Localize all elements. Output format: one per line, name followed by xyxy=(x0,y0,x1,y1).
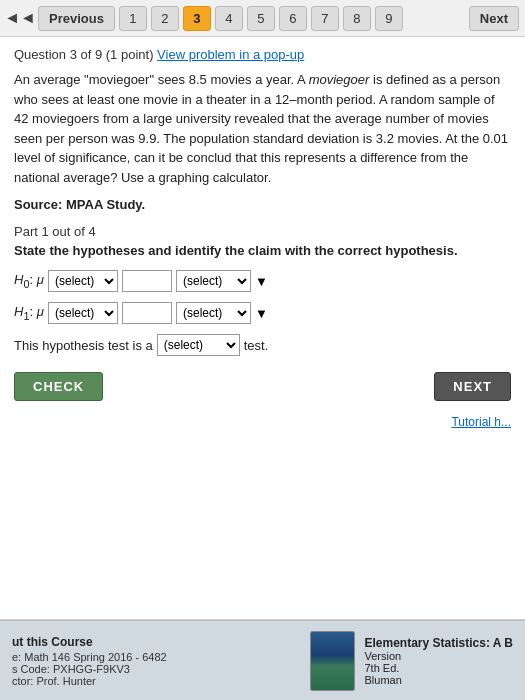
main-content: Question 3 of 9 (1 point) View problem i… xyxy=(0,37,525,620)
book-cover-image xyxy=(310,631,355,691)
part-label: Part 1 out of 4 xyxy=(14,224,511,239)
book-author: Bluman xyxy=(365,674,514,686)
question-header: Question 3 of 9 (1 point) View problem i… xyxy=(14,47,511,62)
tutorial-link[interactable]: Tutorial h... xyxy=(14,411,511,433)
page-5[interactable]: 5 xyxy=(247,6,275,31)
page-7[interactable]: 7 xyxy=(311,6,339,31)
h0-dropdown-arrow: ▼ xyxy=(255,274,268,289)
footer-book: Elementary Statistics: A B Version 7th E… xyxy=(310,631,514,691)
h1-operator-select[interactable]: (select) = ≠ < > ≤ ≥ xyxy=(48,302,118,324)
source-text: Source: MPAA Study. xyxy=(14,197,511,212)
test-type-row: This hypothesis test is a (select) left-… xyxy=(14,334,511,356)
instructor: ctor: Prof. Hunter xyxy=(12,675,310,687)
page-8[interactable]: 8 xyxy=(343,6,371,31)
previous-arrow[interactable]: ◄◄ xyxy=(6,4,34,32)
h1-value-input[interactable] xyxy=(122,302,172,324)
course-code: s Code: PXHGG-F9KV3 xyxy=(12,663,310,675)
test-type-prefix: This hypothesis test is a xyxy=(14,338,153,353)
question-number: Question 3 of 9 (1 point) xyxy=(14,47,153,62)
page-1[interactable]: 1 xyxy=(119,6,147,31)
popup-link[interactable]: View problem in a pop-up xyxy=(157,47,304,62)
hypothesis-h1-row: H1: μ (select) = ≠ < > ≤ ≥ (select) clai… xyxy=(14,302,511,324)
test-type-select[interactable]: (select) left-tailed right-tailed two-ta… xyxy=(157,334,240,356)
button-row: CHECK NEXT xyxy=(14,372,511,401)
h1-label: H1: μ xyxy=(14,304,44,322)
course-label: ut this Course xyxy=(12,635,310,649)
footer: ut this Course e: Math 146 Spring 2016 -… xyxy=(0,620,525,700)
next-button[interactable]: Next xyxy=(469,6,519,31)
hypothesis-h0-row: H0: μ (select) = ≠ < > ≤ ≥ (select) clai… xyxy=(14,270,511,292)
h1-claim-select[interactable]: (select) claim not claim xyxy=(176,302,251,324)
book-info: Elementary Statistics: A B Version 7th E… xyxy=(365,636,514,686)
h0-claim-select[interactable]: (select) claim not claim xyxy=(176,270,251,292)
navigation-bar: ◄◄ Previous 1 2 3 4 5 6 7 8 9 Next xyxy=(0,0,525,37)
next-content-button[interactable]: NEXT xyxy=(434,372,511,401)
footer-course-info: ut this Course e: Math 146 Spring 2016 -… xyxy=(12,635,310,687)
page-9[interactable]: 9 xyxy=(375,6,403,31)
h0-value-input[interactable] xyxy=(122,270,172,292)
test-type-suffix: test. xyxy=(244,338,269,353)
book-edition-label: Version xyxy=(365,650,514,662)
page-3-active[interactable]: 3 xyxy=(183,6,211,31)
previous-button[interactable]: Previous xyxy=(38,6,115,31)
page-6[interactable]: 6 xyxy=(279,6,307,31)
check-button[interactable]: CHECK xyxy=(14,372,103,401)
question-body: An average "moviegoer" sees 8.5 movies a… xyxy=(14,70,511,187)
h0-operator-select[interactable]: (select) = ≠ < > ≤ ≥ xyxy=(48,270,118,292)
page-4[interactable]: 4 xyxy=(215,6,243,31)
course-name: e: Math 146 Spring 2016 - 6482 xyxy=(12,651,310,663)
book-title: Elementary Statistics: A B xyxy=(365,636,514,650)
h0-label: H0: μ xyxy=(14,272,44,290)
h1-dropdown-arrow: ▼ xyxy=(255,306,268,321)
part-instruction: State the hypotheses and identify the cl… xyxy=(14,243,511,258)
page-2[interactable]: 2 xyxy=(151,6,179,31)
book-edition-num: 7th Ed. xyxy=(365,662,514,674)
